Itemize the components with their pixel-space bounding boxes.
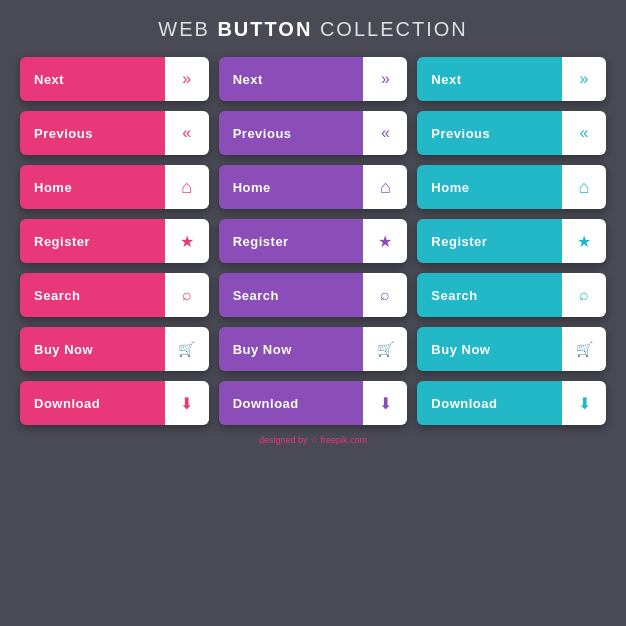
home-icon: ⌂ (363, 165, 407, 209)
chevron-right-double-icon: » (363, 57, 407, 101)
button-label: Register (417, 219, 562, 263)
home-icon: ⌂ (165, 165, 209, 209)
button-label: Buy Now (417, 327, 562, 371)
previous-purple-button[interactable]: Previous« (219, 111, 408, 155)
button-label: Search (219, 273, 364, 317)
button-label: Next (20, 57, 165, 101)
download-purple-button[interactable]: Download⬇ (219, 381, 408, 425)
register-teal-button[interactable]: Register★ (417, 219, 606, 263)
button-label: Next (417, 57, 562, 101)
button-label: Home (20, 165, 165, 209)
button-label: Download (20, 381, 165, 425)
download-pink-button[interactable]: Download⬇ (20, 381, 209, 425)
download-teal-button[interactable]: Download⬇ (417, 381, 606, 425)
button-label: Previous (20, 111, 165, 155)
next-teal-button[interactable]: Next» (417, 57, 606, 101)
register-purple-button[interactable]: Register★ (219, 219, 408, 263)
chevron-left-double-icon: « (562, 111, 606, 155)
download-icon: ⬇ (562, 381, 606, 425)
button-label: Register (20, 219, 165, 263)
next-purple-button[interactable]: Next» (219, 57, 408, 101)
chevron-left-double-icon: « (363, 111, 407, 155)
button-label: Search (417, 273, 562, 317)
search-pink-button[interactable]: Search⌕ (20, 273, 209, 317)
buy-now-pink-button[interactable]: Buy Now🛒 (20, 327, 209, 371)
register-pink-button[interactable]: Register★ (20, 219, 209, 263)
button-label: Download (417, 381, 562, 425)
download-icon: ⬇ (363, 381, 407, 425)
button-label: Home (417, 165, 562, 209)
home-icon: ⌂ (562, 165, 606, 209)
star-icon: ★ (165, 219, 209, 263)
search-icon: ⌕ (562, 273, 606, 317)
page-title: WEB BUTTON COLLECTION (158, 18, 467, 41)
button-label: Home (219, 165, 364, 209)
star-icon: ★ (562, 219, 606, 263)
search-icon: ⌕ (165, 273, 209, 317)
search-icon: ⌕ (363, 273, 407, 317)
button-label: Previous (219, 111, 364, 155)
button-label: Download (219, 381, 364, 425)
download-icon: ⬇ (165, 381, 209, 425)
button-label: Previous (417, 111, 562, 155)
search-teal-button[interactable]: Search⌕ (417, 273, 606, 317)
button-label: Search (20, 273, 165, 317)
previous-teal-button[interactable]: Previous« (417, 111, 606, 155)
button-label: Next (219, 57, 364, 101)
home-pink-button[interactable]: Home⌂ (20, 165, 209, 209)
button-label: Buy Now (20, 327, 165, 371)
cart-icon: 🛒 (363, 327, 407, 371)
chevron-right-double-icon: » (562, 57, 606, 101)
buy-now-teal-button[interactable]: Buy Now🛒 (417, 327, 606, 371)
chevron-right-double-icon: » (165, 57, 209, 101)
home-purple-button[interactable]: Home⌂ (219, 165, 408, 209)
cart-icon: 🛒 (562, 327, 606, 371)
footer: designed by ☆ freepik.com (259, 435, 367, 445)
button-label: Buy Now (219, 327, 364, 371)
star-icon: ★ (363, 219, 407, 263)
search-purple-button[interactable]: Search⌕ (219, 273, 408, 317)
buy-now-purple-button[interactable]: Buy Now🛒 (219, 327, 408, 371)
previous-pink-button[interactable]: Previous« (20, 111, 209, 155)
chevron-left-double-icon: « (165, 111, 209, 155)
cart-icon: 🛒 (165, 327, 209, 371)
button-grid: Next»Next»Next»Previous«Previous«Previou… (20, 57, 606, 425)
button-label: Register (219, 219, 364, 263)
next-pink-button[interactable]: Next» (20, 57, 209, 101)
home-teal-button[interactable]: Home⌂ (417, 165, 606, 209)
